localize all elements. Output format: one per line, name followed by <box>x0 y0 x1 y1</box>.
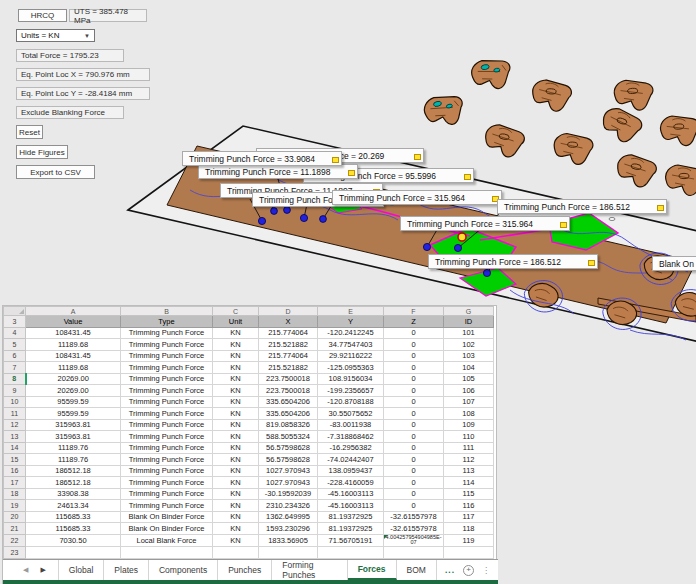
sheet-options-kebab-icon[interactable]: ⋮ <box>482 566 490 575</box>
table-cell[interactable]: -199.2356657 <box>318 385 384 397</box>
table-cell[interactable]: 115 <box>444 488 494 500</box>
table-cell[interactable]: KN <box>213 488 259 500</box>
table-cell[interactable]: 223.7500018 <box>259 373 318 385</box>
table-cell[interactable]: 7030.50 <box>26 534 121 547</box>
select-all-corner[interactable] <box>4 307 26 316</box>
eq-point-x-field[interactable]: Eq. Point Loc X = 790.976 mm <box>16 68 150 81</box>
table-cell[interactable]: -30.19592039 <box>259 488 318 500</box>
table-cell[interactable] <box>121 547 213 559</box>
table-cell[interactable]: 0 <box>384 500 444 512</box>
force-tooltip[interactable]: Trimming Punch Force = 186.512 <box>428 254 598 269</box>
table-cell[interactable]: 30.55075652 <box>318 408 384 420</box>
table-cell[interactable]: 215.774064 <box>259 350 318 362</box>
table-cell[interactable] <box>444 547 494 559</box>
force-tooltip[interactable]: Trimming Punch Force = 315.964 <box>332 190 502 205</box>
table-cell[interactable]: KN <box>213 465 259 477</box>
table-cell[interactable]: 115685.33 <box>26 511 121 523</box>
table-cell[interactable]: Trimming Punch Force <box>121 454 213 466</box>
table-cell[interactable]: 118 <box>444 523 494 535</box>
hide-figures-button[interactable]: Hide Figures <box>16 145 68 159</box>
table-cell[interactable]: 11189.76 <box>26 442 121 454</box>
table-cell[interactable]: Trimming Punch Force <box>121 373 213 385</box>
table-cell[interactable]: KN <box>213 339 259 351</box>
table-cell[interactable]: 315963.81 <box>26 431 121 443</box>
row-number[interactable]: 6 <box>4 350 26 362</box>
eq-point-y-field[interactable]: Eq. Point Loc Y = -28.4184 mm <box>16 87 150 100</box>
table-cell[interactable]: 0 <box>384 408 444 420</box>
table-cell[interactable]: Trimming Punch Force <box>121 465 213 477</box>
table-cell[interactable]: 186512.18 <box>26 477 121 489</box>
table-cell[interactable]: 95599.59 <box>26 408 121 420</box>
table-cell[interactable]: KN <box>213 477 259 489</box>
table-cell[interactable]: Local Blank Force <box>121 534 213 547</box>
table-cell[interactable]: KN <box>213 523 259 535</box>
force-tooltip[interactable]: Trimming Punch Force = 33.9084 <box>182 151 342 166</box>
table-cell[interactable]: 108.9156034 <box>318 373 384 385</box>
add-sheet-icon[interactable]: + <box>463 565 474 576</box>
table-cell[interactable]: 0 <box>384 385 444 397</box>
table-cell[interactable]: 105 <box>444 373 494 385</box>
column-letter[interactable]: E <box>318 307 384 316</box>
row-number[interactable]: 12 <box>4 419 26 431</box>
column-letter[interactable]: G <box>444 307 494 316</box>
table-cell[interactable]: Trimming Punch Force <box>121 488 213 500</box>
table-cell[interactable]: 0 <box>384 327 444 339</box>
table-cell[interactable]: Trimming Punch Force <box>121 431 213 443</box>
row-number[interactable]: 13 <box>4 431 26 443</box>
table-cell[interactable]: -228.4160059 <box>318 477 384 489</box>
table-cell[interactable]: 1362.649995 <box>259 511 318 523</box>
table-cell[interactable]: KN <box>213 431 259 443</box>
table-cell[interactable]: Trimming Punch Force <box>121 419 213 431</box>
header-cell[interactable]: Type <box>121 316 213 328</box>
table-cell[interactable]: Trimming Punch Force <box>121 396 213 408</box>
table-cell[interactable]: 11189.68 <box>26 339 121 351</box>
sheet-tab-forming-punches[interactable]: Forming Punches <box>272 560 347 580</box>
header-cell[interactable]: ID <box>444 316 494 328</box>
table-cell[interactable]: 71.56705191 <box>318 534 384 547</box>
row-number[interactable]: 22 <box>4 534 26 547</box>
column-letter[interactable]: D <box>259 307 318 316</box>
uts-field[interactable]: UTS = 385.478 MPa <box>69 9 147 22</box>
table-cell[interactable]: 114 <box>444 477 494 489</box>
table-cell[interactable]: 0 <box>384 477 444 489</box>
export-to-csv-button[interactable]: Export to CSV <box>16 165 95 179</box>
table-cell[interactable]: 1027.970943 <box>259 477 318 489</box>
table-cell[interactable]: 4.004257954904985E-07 <box>384 534 444 547</box>
table-cell[interactable]: 81.19372925 <box>318 511 384 523</box>
column-letter[interactable]: F <box>384 307 444 316</box>
table-cell[interactable]: 110 <box>444 431 494 443</box>
table-cell[interactable]: 33908.38 <box>26 488 121 500</box>
header-cell[interactable]: Value <box>26 316 121 328</box>
row-number[interactable]: 16 <box>4 465 26 477</box>
table-cell[interactable]: KN <box>213 442 259 454</box>
table-cell[interactable]: 0 <box>384 339 444 351</box>
table-cell[interactable]: 0 <box>384 362 444 374</box>
table-cell[interactable]: 24613.34 <box>26 500 121 512</box>
sheet-tab-bom[interactable]: BOM <box>397 560 437 580</box>
row-number[interactable]: 4 <box>4 327 26 339</box>
table-cell[interactable]: -125.0955363 <box>318 362 384 374</box>
row-number[interactable]: 21 <box>4 523 26 535</box>
table-cell[interactable]: 1027.970943 <box>259 465 318 477</box>
table-cell[interactable]: 102 <box>444 339 494 351</box>
sheet-nav-left-icon[interactable]: ◀ <box>23 566 28 574</box>
table-cell[interactable]: KN <box>213 396 259 408</box>
table-cell[interactable]: 108 <box>444 408 494 420</box>
table-cell[interactable] <box>259 547 318 559</box>
row-number[interactable]: 14 <box>4 442 26 454</box>
table-cell[interactable]: 335.6504206 <box>259 396 318 408</box>
table-cell[interactable]: 215.521882 <box>259 362 318 374</box>
hrcq-button[interactable]: HRCQ <box>18 9 67 22</box>
header-cell[interactable]: Y <box>318 316 384 328</box>
table-cell[interactable]: 104 <box>444 362 494 374</box>
table-cell[interactable]: 108431.45 <box>26 350 121 362</box>
column-letter[interactable]: B <box>121 307 213 316</box>
force-tooltip[interactable]: Blank On Binder Force <box>652 256 696 271</box>
table-cell[interactable]: -45.16003113 <box>318 488 384 500</box>
table-cell[interactable]: 108431.45 <box>26 327 121 339</box>
exclude-blanking-field[interactable]: Exclude Blanking Force <box>16 106 124 119</box>
table-cell[interactable]: 11189.68 <box>26 362 121 374</box>
table-cell[interactable]: 101 <box>444 327 494 339</box>
table-cell[interactable]: 115685.33 <box>26 523 121 535</box>
row-number[interactable]: 9 <box>4 385 26 397</box>
